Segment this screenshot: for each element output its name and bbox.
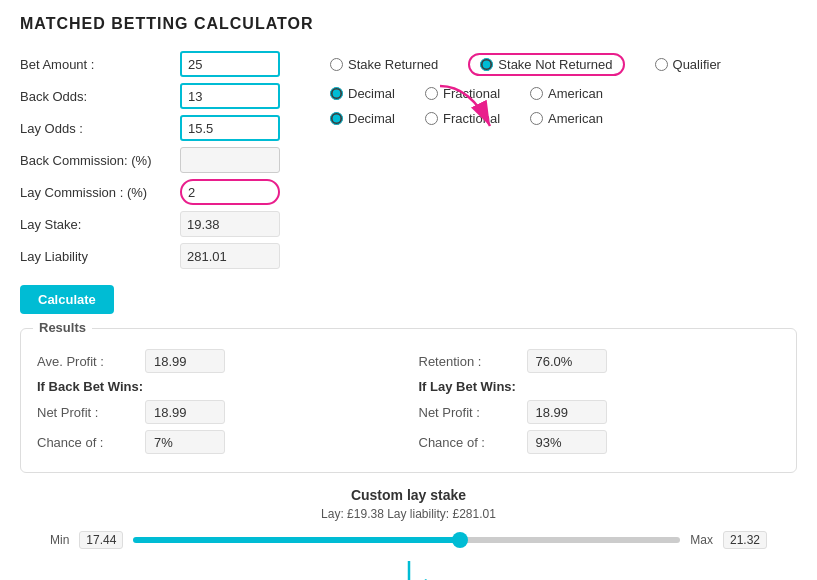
- back-chance-value: 7%: [145, 430, 225, 454]
- main-layout: Bet Amount : Back Odds: Lay Odds : Back …: [20, 51, 797, 314]
- stake-returned-label: Stake Returned: [348, 57, 438, 72]
- fractional-back-radio[interactable]: [425, 87, 438, 100]
- qualifier-label: Qualifier: [673, 57, 721, 72]
- decimal-back-option[interactable]: Decimal: [330, 86, 395, 101]
- back-bet-wins-heading: If Back Bet Wins:: [37, 379, 399, 394]
- decimal-lay-radio[interactable]: [330, 112, 343, 125]
- lay-net-profit-value: 18.99: [527, 400, 607, 424]
- qualifier-radio[interactable]: [655, 58, 668, 71]
- lay-liability-value: 281.01: [180, 243, 280, 269]
- back-commission-label: Back Commission: (%): [20, 153, 180, 168]
- odds-row-2: Decimal Fractional American: [330, 86, 797, 101]
- decimal-back-radio[interactable]: [330, 87, 343, 100]
- lay-bet-wins-heading: If Lay Bet Wins:: [419, 379, 781, 394]
- ave-profit-row: Ave. Profit : 18.99: [37, 349, 399, 373]
- lay-net-profit-row: Net Profit : 18.99: [419, 400, 781, 424]
- slider-min-value: 17.44: [79, 531, 123, 549]
- back-net-profit-label: Net Profit :: [37, 405, 137, 420]
- lay-commission-label: Lay Commission : (%): [20, 185, 180, 200]
- lay-liability-label: Lay Liability: [20, 249, 180, 264]
- bet-amount-label: Bet Amount :: [20, 57, 180, 72]
- back-odds-input[interactable]: [180, 83, 280, 109]
- left-panel: Bet Amount : Back Odds: Lay Odds : Back …: [20, 51, 300, 314]
- lay-stake-label: Lay Stake:: [20, 217, 180, 232]
- lay-chance-row: Chance of : 93%: [419, 430, 781, 454]
- results-grid: Ave. Profit : 18.99 If Back Bet Wins: Ne…: [37, 341, 780, 460]
- american-lay-option[interactable]: American: [530, 111, 603, 126]
- lay-commission-row: Lay Commission : (%): [20, 179, 300, 205]
- decimal-lay-label: Decimal: [348, 111, 395, 126]
- fractional-lay-radio[interactable]: [425, 112, 438, 125]
- stake-not-returned-option[interactable]: Stake Not Returned: [468, 53, 624, 76]
- back-net-profit-row: Net Profit : 18.99: [37, 400, 399, 424]
- page-title: MATCHED BETTING CALCULATOR: [20, 15, 797, 33]
- right-panel: Stake Returned Stake Not Returned Qualif…: [330, 51, 797, 314]
- american-back-label: American: [548, 86, 603, 101]
- lay-stake-value: 19.38: [180, 211, 280, 237]
- qualifier-option[interactable]: Qualifier: [655, 57, 721, 72]
- lay-odds-row: Lay Odds :: [20, 115, 300, 141]
- stake-returned-option[interactable]: Stake Returned: [330, 57, 438, 72]
- custom-lay-subtitle: Lay: £19.38 Lay liability: £281.01: [20, 507, 797, 521]
- calculate-button[interactable]: Calculate: [20, 285, 114, 314]
- ave-profit-label: Ave. Profit :: [37, 354, 137, 369]
- back-commission-row: Back Commission: (%): [20, 147, 300, 173]
- retention-value: 76.0%: [527, 349, 607, 373]
- blue-arrow-annotation: [20, 561, 797, 580]
- fractional-back-label: Fractional: [443, 86, 500, 101]
- lay-stake-slider[interactable]: [133, 537, 680, 543]
- lay-odds-input[interactable]: [180, 115, 280, 141]
- back-odds-label: Back Odds:: [20, 89, 180, 104]
- ave-profit-value: 18.99: [145, 349, 225, 373]
- custom-lay-title: Custom lay stake: [20, 487, 797, 503]
- american-lay-radio[interactable]: [530, 112, 543, 125]
- back-net-profit-value: 18.99: [145, 400, 225, 424]
- lay-chance-value: 93%: [527, 430, 607, 454]
- slider-max-label: Max: [690, 533, 713, 547]
- slider-min-label: Min: [50, 533, 69, 547]
- slider-max-value: 21.32: [723, 531, 767, 549]
- stake-returned-radio[interactable]: [330, 58, 343, 71]
- decimal-lay-option[interactable]: Decimal: [330, 111, 395, 126]
- stake-not-returned-label: Stake Not Returned: [498, 57, 612, 72]
- american-lay-label: American: [548, 111, 603, 126]
- back-chance-row: Chance of : 7%: [37, 430, 399, 454]
- lay-chance-label: Chance of :: [419, 435, 519, 450]
- custom-lay-section: Custom lay stake Lay: £19.38 Lay liabili…: [20, 487, 797, 580]
- slider-container: Min 17.44 Max 21.32: [50, 531, 767, 549]
- lay-stake-row: Lay Stake: 19.38: [20, 211, 300, 237]
- bet-amount-input[interactable]: [180, 51, 280, 77]
- odds-row-3: Decimal Fractional American: [330, 111, 797, 126]
- retention-label: Retention :: [419, 354, 519, 369]
- back-odds-row: Back Odds:: [20, 83, 300, 109]
- lay-commission-input[interactable]: [180, 179, 280, 205]
- fractional-back-option[interactable]: Fractional: [425, 86, 500, 101]
- odds-row-1: Stake Returned Stake Not Returned Qualif…: [330, 53, 797, 76]
- results-left-col: Ave. Profit : 18.99 If Back Bet Wins: Ne…: [37, 349, 399, 460]
- results-title: Results: [33, 320, 92, 335]
- lay-net-profit-label: Net Profit :: [419, 405, 519, 420]
- results-right-col: Retention : 76.0% If Lay Bet Wins: Net P…: [419, 349, 781, 460]
- slider-area: Min 17.44 Max 21.32: [20, 531, 797, 580]
- decimal-back-label: Decimal: [348, 86, 395, 101]
- retention-row: Retention : 76.0%: [419, 349, 781, 373]
- back-chance-label: Chance of :: [37, 435, 137, 450]
- lay-liability-row: Lay Liability 281.01: [20, 243, 300, 269]
- bet-amount-row: Bet Amount :: [20, 51, 300, 77]
- stake-not-returned-radio[interactable]: [480, 58, 493, 71]
- back-commission-input[interactable]: [180, 147, 280, 173]
- fractional-lay-label: Fractional: [443, 111, 500, 126]
- results-section: Results Ave. Profit : 18.99 If Back Bet …: [20, 328, 797, 473]
- lay-odds-label: Lay Odds :: [20, 121, 180, 136]
- fractional-lay-option[interactable]: Fractional: [425, 111, 500, 126]
- american-back-option[interactable]: American: [530, 86, 603, 101]
- american-back-radio[interactable]: [530, 87, 543, 100]
